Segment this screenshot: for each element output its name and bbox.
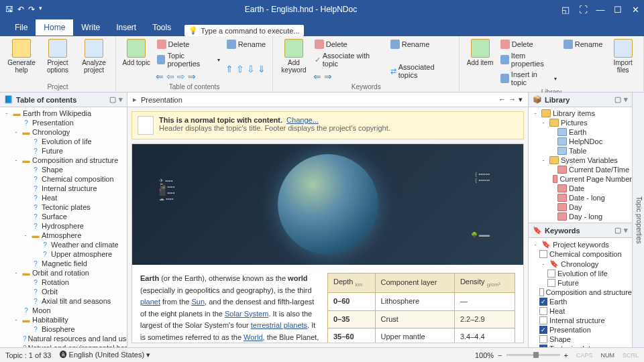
toc-node[interactable]: ?Magnetic field [0, 259, 127, 268]
library-item[interactable]: Day - long [529, 212, 632, 221]
panel-close-icon[interactable]: ▾ [119, 95, 123, 104]
toc-node[interactable]: ?Rotation [0, 278, 127, 287]
close-icon[interactable]: ✕ [629, 5, 641, 15]
library-item[interactable]: HelpNDoc [529, 137, 632, 146]
keyword-item[interactable]: Future [529, 278, 632, 288]
library-item[interactable]: Table [529, 146, 632, 156]
link-world[interactable]: World [244, 333, 263, 341]
command-search[interactable]: 💡Type a command to execute... [184, 25, 303, 36]
kw-assoc-topics[interactable]: ⇄Associated topics [389, 62, 453, 80]
toc-props-button[interactable]: Topic properties▾ [156, 51, 221, 68]
keyword-item[interactable]: Heat [529, 306, 632, 316]
project-options-button[interactable]: Project options [42, 39, 74, 74]
import-files-button[interactable]: Import files [608, 39, 638, 74]
kw-delete-button[interactable]: Delete [313, 39, 385, 50]
undo-icon[interactable]: ↶ [17, 5, 24, 14]
panel-pin-icon[interactable]: ▢ [109, 95, 116, 104]
toc-move-arrows-2[interactable]: ⇑⇧⇩⇓ [225, 64, 268, 74]
tab-write[interactable]: Write [73, 19, 108, 36]
toc-node[interactable]: -▬Atmosphere [0, 231, 127, 240]
toc-node[interactable]: ?Internal structure [0, 184, 127, 193]
library-item[interactable]: Current Page Number [529, 174, 632, 184]
toc-node[interactable]: ?Upper atmosphere [0, 249, 127, 259]
topic-content[interactable]: ✈ ••••🚂 ••••⬛ ••••☁ •••• { ••••••{ •••••… [131, 143, 524, 343]
library-item[interactable]: Current Date/Time [529, 165, 632, 174]
minimize-icon[interactable]: ― [594, 5, 606, 15]
toc-node[interactable]: ?Moon [0, 306, 127, 315]
toc-node[interactable]: ?Presentation [0, 118, 127, 127]
chevron-right-icon[interactable]: ▸ [133, 95, 137, 104]
keyword-item[interactable]: Chemical composition [529, 249, 632, 259]
kw-rename-button[interactable]: Rename [389, 39, 453, 50]
status-lang[interactable]: 🅐 English (United States) ▾ [60, 351, 151, 359]
toc-rename-button[interactable]: Rename [225, 39, 268, 50]
redo-icon[interactable]: ↷ [28, 5, 35, 14]
keyword-item[interactable]: Internal structure [529, 316, 632, 325]
link-solar-system[interactable]: Solar System [225, 310, 268, 318]
tab-tools[interactable]: Tools [144, 19, 179, 36]
toc-node[interactable]: ?Weather and climate [0, 240, 127, 249]
toc-node[interactable]: ?Axial tilt and seasons [0, 296, 127, 306]
lib-props-button[interactable]: Item properties [499, 51, 558, 68]
link-planet[interactable]: planet [140, 298, 160, 306]
nav-menu-icon[interactable]: ▾ [519, 95, 523, 104]
toc-node[interactable]: -▬Habitability [0, 315, 127, 324]
toc-node[interactable]: ?Tectonic plates [0, 202, 127, 212]
keyword-item[interactable]: Shape [529, 335, 632, 344]
link-terrestrial[interactable]: terrestrial planets [251, 321, 307, 329]
toc-node[interactable]: ?Evolution of life [0, 137, 127, 146]
fullscreen-icon[interactable]: ⛶ [577, 5, 589, 15]
nav-fwd-icon[interactable]: → [508, 95, 516, 104]
toc-tree[interactable]: -▬Earth from Wikipedia?Presentation-▬Chr… [0, 107, 127, 347]
library-item[interactable]: -Pictures [529, 118, 632, 127]
toc-delete-button[interactable]: Delete [156, 39, 221, 50]
toc-node[interactable]: -▬Orbit and rotation [0, 268, 127, 278]
keywords-tree[interactable]: -🔖Project keywordsChemical composition-🔖… [529, 238, 632, 347]
toc-node[interactable]: ?Hydrosphere [0, 221, 127, 231]
tab-insert[interactable]: Insert [108, 19, 144, 36]
toc-node[interactable]: ?Orbit [0, 287, 127, 296]
toc-move-arrows[interactable]: ⇐⇦⇨⇒ [156, 71, 221, 82]
kw-arrows[interactable]: ⇐⇒ [313, 71, 385, 82]
change-link[interactable]: Change... [286, 116, 319, 124]
generate-help-button[interactable]: Generate help [5, 39, 38, 74]
toc-node[interactable]: ?Future [0, 146, 127, 156]
save-icon[interactable]: 🖫 [5, 5, 13, 14]
lib-delete-button[interactable]: Delete [499, 39, 558, 50]
toc-node[interactable]: ?Shape [0, 165, 127, 174]
toc-node[interactable]: ?Heat [0, 193, 127, 202]
toc-node[interactable]: ?Biosphere [0, 324, 127, 334]
toc-node[interactable]: ?Surface [0, 212, 127, 221]
link-sun[interactable]: Sun [191, 298, 205, 306]
library-item[interactable]: Earth [529, 127, 632, 137]
toc-node[interactable]: -▬Earth from Wikipedia [0, 109, 127, 118]
library-tree[interactable]: -Library items-PicturesEarthHelpNDocTabl… [529, 107, 632, 223]
nav-back-icon[interactable]: ← [498, 95, 506, 104]
keyword-item[interactable]: -🔖Project keywords [529, 239, 632, 249]
keyword-item[interactable]: ✓Presentation [529, 325, 632, 335]
toc-node[interactable]: -▬Chronology [0, 127, 127, 137]
tab-file[interactable]: File [7, 19, 36, 36]
kw-assoc-button[interactable]: ✓Associate with topic [313, 51, 385, 68]
topic-properties-tab[interactable]: Topic properties [632, 93, 644, 347]
toc-node[interactable]: ?Natural resources and land use [0, 334, 127, 343]
library-item[interactable]: -Library items [529, 109, 632, 118]
toc-node[interactable]: -▬Composition and structure [0, 156, 127, 165]
toc-node[interactable]: ?Chemical composition [0, 174, 127, 184]
tab-home[interactable]: Home [36, 19, 73, 37]
add-keyword-button[interactable]: Add keyword [278, 39, 309, 74]
help-icon[interactable]: ◱ [559, 5, 572, 15]
lib-insert-button[interactable]: Insert in topic▾ [499, 70, 558, 87]
zoom-control[interactable]: 100%−+ [475, 351, 568, 359]
lib-rename-button[interactable]: Rename [562, 39, 604, 50]
keyword-item[interactable]: Evolution of life [529, 269, 632, 278]
add-topic-button[interactable]: Add topic [121, 39, 152, 66]
keyword-item[interactable]: Composition and structure [529, 288, 632, 297]
analyze-project-button[interactable]: Analyze project [78, 39, 110, 74]
keyword-item[interactable]: -🔖Chronology [529, 259, 632, 269]
library-item[interactable]: Day [529, 202, 632, 212]
maximize-icon[interactable]: ☐ [612, 5, 624, 15]
library-item[interactable]: -System Variables [529, 156, 632, 165]
keyword-item[interactable]: ✓Earth [529, 297, 632, 306]
add-item-button[interactable]: Add item [465, 39, 495, 66]
